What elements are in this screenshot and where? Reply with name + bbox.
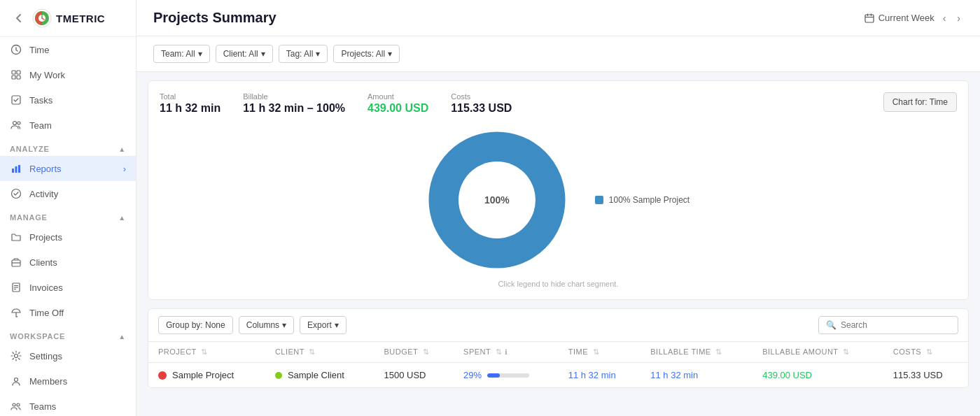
search-bar: 🔍 bbox=[818, 316, 958, 334]
spent-bar-fill bbox=[487, 373, 499, 378]
col-project[interactable]: PROJECT ⇅ bbox=[148, 342, 265, 363]
col-budget[interactable]: BUDGET ⇅ bbox=[374, 342, 454, 363]
chart-area: 100% 100% Sample Project bbox=[160, 123, 957, 277]
sidebar-item-mywork[interactable]: My Work bbox=[0, 62, 136, 87]
col-spent-label: SPENT bbox=[463, 347, 491, 356]
bar-chart-icon bbox=[10, 162, 22, 175]
prev-week-button[interactable]: ‹ bbox=[940, 11, 949, 25]
client-filter-chevron-icon: ▾ bbox=[261, 49, 265, 59]
sidebar-item-teams[interactable]: Teams bbox=[0, 394, 136, 416]
grid-icon bbox=[10, 69, 22, 81]
col-spent[interactable]: SPENT ⇅ ℹ bbox=[454, 342, 559, 363]
donut-chart: 100% bbox=[427, 130, 567, 270]
spent-percentage: 29% bbox=[463, 370, 482, 380]
costs-value-cell: 115.33 USD bbox=[893, 370, 943, 380]
col-costs[interactable]: COSTS ⇅ bbox=[883, 342, 968, 363]
tag-filter-button[interactable]: Tag: All ▾ bbox=[279, 45, 328, 63]
columns-button[interactable]: Columns ▾ bbox=[239, 316, 294, 334]
analyze-label: ANALYZE bbox=[10, 145, 50, 153]
sidebar-collapse-button[interactable] bbox=[10, 10, 27, 27]
client-filter-button[interactable]: Client: All ▾ bbox=[216, 45, 273, 63]
sidebar-item-reports[interactable]: Reports › bbox=[0, 156, 136, 181]
sidebar-item-time[interactable]: Time bbox=[0, 37, 136, 62]
cell-client: Sample Client bbox=[265, 363, 374, 388]
group-by-button[interactable]: Group by: None bbox=[158, 316, 233, 334]
next-week-button[interactable]: › bbox=[954, 11, 963, 25]
cell-billable-amount: 439.00 USD bbox=[752, 363, 883, 388]
projects-filter-button[interactable]: Projects: All ▾ bbox=[333, 45, 400, 63]
team-filter-label: Team: All bbox=[161, 49, 195, 59]
chart-btn-label: Chart for: Time bbox=[892, 97, 948, 107]
total-value: 11 h 32 min bbox=[160, 102, 220, 115]
manage-chevron-icon: ▲ bbox=[118, 214, 126, 222]
sidebar-item-clients[interactable]: Clients bbox=[0, 250, 136, 275]
members-icon bbox=[10, 375, 22, 387]
sidebar-item-team[interactable]: Team bbox=[0, 113, 136, 138]
spent-bar-background bbox=[487, 373, 529, 378]
col-billable-time[interactable]: BILLABLE TIME ⇅ bbox=[640, 342, 752, 363]
sort-billable-time-icon: ⇅ bbox=[715, 347, 722, 356]
sidebar-item-label: Tasks bbox=[29, 95, 52, 106]
sidebar-item-members[interactable]: Members bbox=[0, 368, 136, 394]
projects-filter-chevron-icon: ▾ bbox=[388, 49, 392, 59]
manage-section-header[interactable]: MANAGE ▲ bbox=[0, 206, 136, 224]
sort-budget-icon: ⇅ bbox=[423, 347, 430, 356]
col-time[interactable]: TIME ⇅ bbox=[559, 342, 641, 363]
amount-stat: Amount 439.00 USD bbox=[368, 92, 428, 115]
export-chevron-icon: ▾ bbox=[335, 320, 339, 330]
clock-icon bbox=[10, 43, 22, 56]
current-week-label: Current Week bbox=[864, 13, 934, 23]
team-filter-chevron-icon: ▾ bbox=[198, 49, 202, 59]
col-billable-time-label: BILLABLE TIME bbox=[650, 347, 710, 356]
page-title: Projects Summary bbox=[153, 10, 276, 26]
sort-spent-icon: ⇅ bbox=[496, 347, 503, 356]
sidebar-item-label: Settings bbox=[29, 351, 62, 361]
costs-stat: Costs 115.33 USD bbox=[451, 92, 512, 115]
col-client-label: CLIENT bbox=[275, 347, 304, 356]
cell-time: 11 h 32 min bbox=[559, 363, 641, 388]
svg-rect-35 bbox=[865, 15, 874, 22]
invoice-icon bbox=[10, 281, 22, 294]
projects-filter-label: Projects: All bbox=[341, 49, 385, 59]
svg-rect-8 bbox=[17, 76, 20, 79]
col-client[interactable]: CLIENT ⇅ bbox=[265, 342, 374, 363]
chart-legend: 100% Sample Project bbox=[595, 195, 690, 205]
week-navigation: Current Week ‹ › bbox=[864, 11, 963, 25]
main-header: Projects Summary Current Week ‹ › bbox=[136, 0, 980, 36]
svg-rect-13 bbox=[15, 166, 18, 173]
search-icon: 🔍 bbox=[826, 320, 836, 330]
svg-point-24 bbox=[13, 403, 15, 406]
columns-chevron-icon: ▾ bbox=[282, 320, 286, 330]
svg-point-22 bbox=[15, 354, 18, 358]
sidebar-item-projects[interactable]: Projects bbox=[0, 224, 136, 250]
sidebar-item-timeoff[interactable]: Time Off bbox=[0, 300, 136, 325]
total-label: Total bbox=[160, 92, 220, 101]
billable-value: 11 h 32 min – 100% bbox=[243, 102, 345, 115]
project-name: Sample Project bbox=[172, 370, 234, 380]
sidebar-item-tasks[interactable]: Tasks bbox=[0, 87, 136, 113]
col-billable-amount-label: BILLABLE AMOUNT bbox=[762, 347, 838, 356]
search-input[interactable] bbox=[841, 320, 951, 330]
col-billable-amount[interactable]: BILLABLE AMOUNT ⇅ bbox=[752, 342, 883, 363]
cell-costs: 115.33 USD bbox=[883, 363, 968, 388]
sidebar-item-activity[interactable]: Activity bbox=[0, 181, 136, 206]
client-filter-label: Client: All bbox=[223, 49, 258, 59]
analyze-section-header[interactable]: ANALYZE ▲ bbox=[0, 138, 136, 156]
export-button[interactable]: Export ▾ bbox=[300, 316, 346, 334]
sort-client-icon: ⇅ bbox=[309, 347, 316, 356]
table-header-row: PROJECT ⇅ CLIENT ⇅ BUDGET ⇅ SPENT bbox=[148, 342, 968, 363]
cell-project: Sample Project bbox=[148, 363, 265, 388]
cell-budget: 1500 USD bbox=[374, 363, 454, 388]
svg-rect-5 bbox=[12, 71, 15, 74]
workspace-label: WORKSPACE bbox=[10, 332, 65, 340]
chart-type-button[interactable]: Chart for: Time bbox=[883, 92, 957, 112]
table-panel: Group by: None Columns ▾ Export ▾ 🔍 bbox=[148, 308, 969, 388]
workspace-section-header[interactable]: WORKSPACE ▲ bbox=[0, 325, 136, 343]
sidebar-item-settings[interactable]: Settings bbox=[0, 343, 136, 368]
client-color-dot bbox=[275, 372, 282, 379]
sidebar-item-invoices[interactable]: Invoices bbox=[0, 275, 136, 300]
project-color-dot bbox=[158, 371, 167, 380]
team-filter-button[interactable]: Team: All ▾ bbox=[153, 45, 210, 63]
sidebar-item-label: Members bbox=[29, 376, 67, 387]
legend-dot bbox=[595, 196, 603, 204]
